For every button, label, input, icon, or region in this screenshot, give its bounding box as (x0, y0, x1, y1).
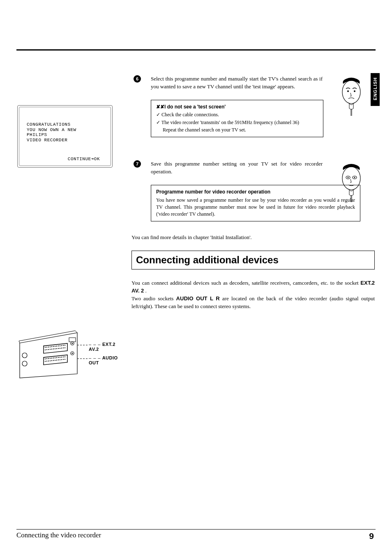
dash-2: – – – (89, 355, 101, 360)
svg-point-2 (354, 90, 355, 92)
step-7-info-body: You have now saved a programme number fo… (156, 197, 355, 217)
section-heading: Connecting additional devices (136, 254, 370, 266)
p2a: Two audio sockets (131, 295, 176, 302)
section-body: You can connect additional devices such … (131, 279, 375, 310)
svg-point-8 (22, 353, 27, 358)
step-6-box-title-text: I do not see a 'test screen' (164, 104, 226, 110)
language-tab: ENGLISH (371, 73, 380, 106)
p2b: AUDIO OUT L R (176, 295, 220, 302)
svg-point-17 (72, 343, 73, 344)
svg-rect-13 (44, 355, 67, 365)
step-6-bullet-2b: Repeat the channel search on your TV set… (163, 127, 246, 133)
step-6-box-title: ✘I do not see a 'test screen' (156, 104, 318, 111)
step-badge-6: 6 (134, 75, 141, 83)
svg-point-9 (22, 361, 27, 366)
tv-continue-prompt: CONTINUE➔OK (68, 156, 100, 161)
step-7-text: Save this programme number setting on yo… (151, 160, 323, 176)
step-6-bullet-2: The video recorder 'transmits' on the 59… (156, 119, 318, 134)
footer-rule (16, 529, 376, 530)
step-6-text: Select this programme number and manuall… (151, 75, 323, 91)
step-6: 6 Select this programme number and manua… (134, 75, 323, 137)
step-badge-7: 7 (134, 160, 141, 168)
step-6-bullet-1: Check the cable connections. (156, 111, 318, 118)
svg-rect-10 (44, 343, 67, 353)
step-7-info-title: Programme number for video recorder oper… (156, 189, 355, 196)
svg-point-7 (354, 177, 355, 178)
tv-text-line4: VIDEO RECORDER (27, 138, 106, 143)
tv-text-line1: CONGRATULATIONS (27, 122, 106, 127)
svg-point-20 (72, 353, 73, 354)
step-7-info-box: Programme number for video recorder oper… (151, 185, 360, 221)
step-7: 7 Save this programme number setting on … (134, 160, 323, 221)
svg-point-0 (342, 81, 360, 104)
svg-line-12 (45, 348, 66, 350)
svg-point-1 (347, 90, 349, 92)
info-face-icon (337, 162, 366, 203)
svg-line-15 (45, 359, 66, 361)
dash-1: – – – (89, 342, 101, 347)
svg-point-3 (342, 167, 360, 190)
header-rule (16, 49, 376, 51)
step-6-bullet-2a: The video recorder 'transmits' on the 59… (161, 120, 299, 125)
p1c: . (144, 288, 147, 294)
step-6-troubleshoot-box: ✘I do not see a 'test screen' Check the … (151, 100, 323, 138)
svg-rect-18 (69, 338, 76, 342)
footer-chapter-title: Connecting the video recorder (16, 531, 101, 539)
connector-diagram: – – – EXT.2 AV.2 – – – AUDIO OUT (16, 320, 127, 386)
confused-face-icon (337, 76, 366, 117)
tv-text-line3: PHILIPS (27, 132, 106, 138)
p1a: You can connect additional devices such … (131, 280, 360, 286)
more-details-text: You can find more details in chapter 'In… (131, 234, 252, 241)
tv-screen-illustration: CONGRATULATIONS YOU NOW OWN A NEW PHILIP… (17, 105, 113, 168)
tv-text-line2: YOU NOW OWN A NEW (27, 127, 106, 133)
svg-point-6 (348, 177, 349, 178)
section-heading-box: Connecting additional devices (131, 251, 375, 269)
page-number: 9 (369, 531, 374, 541)
